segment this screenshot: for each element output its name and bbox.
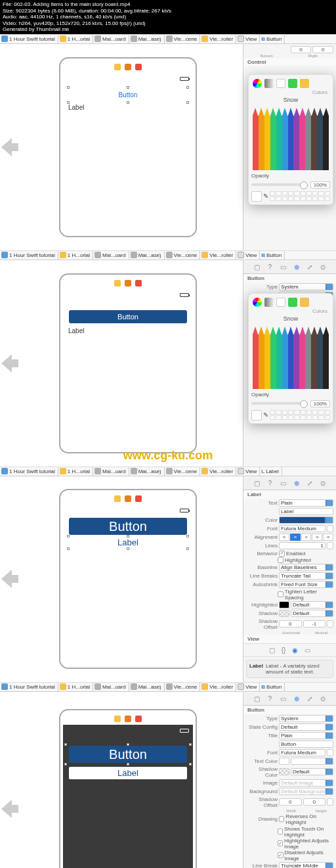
eyedropper-icon[interactable]: ✎	[263, 193, 268, 200]
opacity-value[interactable]: 100%	[310, 181, 330, 189]
crayon-pink[interactable]	[299, 108, 305, 170]
battery-icon	[180, 77, 189, 81]
connections-tab-icon[interactable]: ⊙	[318, 263, 327, 272]
crayon-gray[interactable]	[305, 108, 311, 170]
breadcrumb: 1 Hour Swift tutorial 1 H...orial Mai...…	[0, 35, 336, 44]
controller-icon	[201, 35, 208, 42]
canvas-label[interactable]: Label	[68, 104, 188, 111]
palette-icon[interactable]	[276, 298, 285, 307]
crayon-teal[interactable]	[276, 108, 282, 170]
alignment-group[interactable]: ≡≡≡≡≡	[279, 534, 333, 541]
crumb-button[interactable]: BButton	[260, 35, 285, 43]
opacity-label: Opacity	[251, 173, 269, 179]
crayon-dark[interactable]	[317, 108, 323, 170]
lines-input[interactable]: 1	[279, 542, 326, 549]
crayon-box[interactable]	[251, 323, 330, 389]
swatch-grid[interactable]	[270, 191, 330, 201]
crayon-purple[interactable]	[293, 108, 299, 170]
segment-1: 1 Hour Swift tutorial 1 H...orial Mai...…	[0, 34, 336, 250]
text-type-select[interactable]: Plain	[279, 499, 333, 507]
color-select[interactable]	[279, 516, 333, 524]
dot-icon[interactable]	[114, 64, 121, 70]
size-line: Size: 9022304 bytes (8.60 MiB), duration…	[3, 8, 333, 14]
identity-tab-icon[interactable]: ▭	[278, 263, 287, 272]
spectrum-icon[interactable]	[288, 79, 297, 88]
canvas-button[interactable]: Button	[108, 90, 148, 100]
dot-icon[interactable]	[135, 64, 142, 70]
crayon-red[interactable]	[253, 108, 259, 170]
crayon-blue[interactable]	[282, 108, 288, 170]
attributes-tab-icon[interactable]: ⊕	[292, 263, 301, 272]
library-item-label[interactable]: Label Label - A variably sized amount of…	[246, 660, 333, 678]
font-input[interactable]: Futura Medium 19.0	[279, 525, 326, 532]
status-bar	[67, 77, 189, 81]
file-icon	[166, 35, 173, 42]
canvas-button[interactable]: Button	[69, 518, 187, 535]
crumb-root[interactable]: 1 Hour Swift tutorial	[0, 35, 58, 43]
device-screen[interactable]: Button Label	[63, 73, 193, 224]
right-input[interactable]: 0	[312, 46, 333, 53]
crayon-black[interactable]	[323, 108, 329, 170]
type-select[interactable]: System	[279, 283, 333, 290]
color-picker-popup: Colors Snow Opacity	[248, 293, 333, 424]
crayons-icon[interactable]	[300, 79, 309, 88]
crumb-2[interactable]: Mai...oard	[93, 35, 129, 43]
canvas-label[interactable]: Label	[67, 537, 189, 547]
library-toolbar: ▢{}◉▭	[243, 643, 336, 657]
sliders-icon[interactable]	[264, 298, 274, 307]
sliders-icon[interactable]	[264, 79, 274, 88]
control-section: Control	[243, 58, 336, 66]
wheel-icon[interactable]	[253, 79, 262, 88]
bottom-input[interactable]: 0	[291, 46, 312, 53]
color-picker-popup: Colors Snow	[248, 74, 333, 205]
segment-3: 1 Hour Swift tutorial 1 H...orial Mai...…	[0, 467, 336, 682]
file-icon	[94, 35, 101, 42]
canvas-area[interactable]: Button Label	[0, 476, 243, 682]
audio-line: Audio: aac, 44100 Hz, 1 channels, s16, 4…	[3, 14, 333, 20]
crayon-name: Snow	[251, 97, 330, 103]
font-stepper[interactable]	[327, 525, 333, 532]
crumb-3[interactable]: Mai...ase)	[129, 35, 165, 43]
color-well[interactable]	[251, 410, 262, 421]
attributes-tab-icon[interactable]: ⊕	[292, 479, 301, 488]
size-tab-icon[interactable]: ⤢	[305, 263, 314, 272]
opacity-slider[interactable]	[251, 183, 308, 186]
crayon-brown[interactable]	[311, 108, 317, 170]
arrow-icon	[0, 134, 18, 160]
opacity-slider[interactable]	[251, 402, 308, 405]
crayons-icon[interactable]	[300, 298, 309, 307]
crayon-box[interactable]	[251, 104, 330, 170]
eyedropper-icon[interactable]: ✎	[263, 411, 268, 419]
segment-4: 1 Hour Swift tutorial 1 H...orial Mai...…	[0, 682, 336, 868]
crumb-5[interactable]: Vie...roller	[200, 35, 236, 43]
text-input[interactable]: Label	[279, 508, 333, 515]
canvas-area[interactable]: Button Label	[0, 44, 243, 250]
crayon-green[interactable]	[270, 108, 276, 170]
device-frame: Button Label	[59, 57, 197, 237]
breadcrumb: 1 Hour Swift tutorial 1 H...orial Mai...…	[0, 251, 336, 260]
palette-icon[interactable]	[276, 79, 285, 88]
wheel-icon[interactable]	[253, 298, 262, 307]
crumb-view[interactable]: View	[236, 35, 260, 43]
canvas-label[interactable]: Label	[68, 327, 188, 334]
help-tab-icon[interactable]: ?	[265, 263, 274, 272]
canvas-button[interactable]: Button	[69, 746, 187, 763]
canvas-area[interactable]: Button Label	[0, 692, 243, 868]
crayon-indigo[interactable]	[288, 108, 294, 170]
canvas-area[interactable]: Button Label	[0, 260, 243, 467]
file-tab-icon[interactable]: ▢	[252, 263, 261, 272]
dot-icon[interactable]	[125, 64, 131, 70]
crayon-yellow[interactable]	[264, 108, 270, 170]
device-frame: Button Label	[59, 273, 197, 453]
crayon-orange[interactable]	[259, 108, 264, 170]
crumb-4[interactable]: Vie...cene	[165, 35, 200, 43]
title-input[interactable]: Button	[279, 741, 333, 748]
cp-tabs	[251, 78, 330, 89]
canvas-button[interactable]: Button	[69, 310, 187, 323]
attributes-tab-icon[interactable]: ⊕	[292, 695, 301, 704]
crumb-1[interactable]: 1 H...orial	[58, 35, 93, 43]
color-well[interactable]	[251, 191, 262, 202]
spectrum-icon[interactable]	[288, 298, 297, 307]
inspector-panel: ▢?▭ ⊕ ⤢⊙ Label TextPlain Label Color Fon…	[243, 476, 336, 682]
canvas-label[interactable]: Label	[69, 767, 187, 779]
